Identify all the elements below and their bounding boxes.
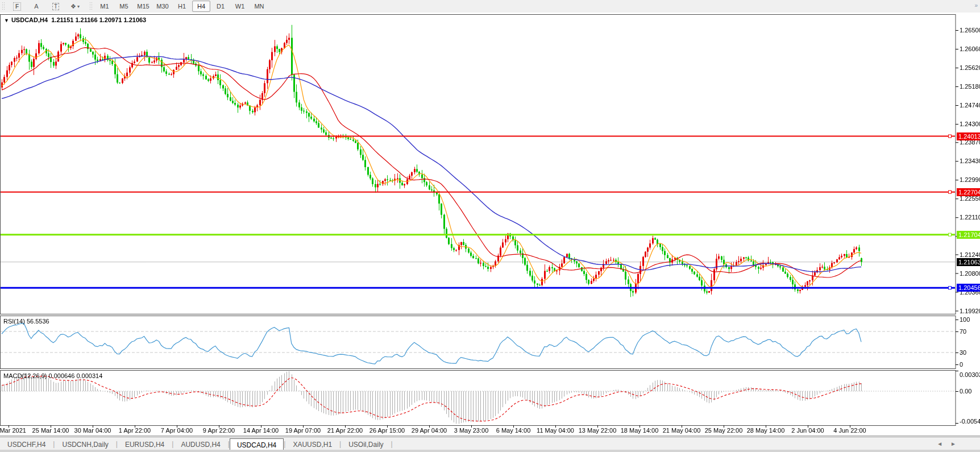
indicator-axis-tick-label: 0.00 <box>960 388 971 395</box>
time-axis-label: 9 Apr 22:00 <box>203 427 235 434</box>
time-axis-label: 28 May 14:00 <box>747 427 785 434</box>
time-axis-label: 21 May 04:00 <box>663 427 701 434</box>
time-axis-label: 21 Apr 22:00 <box>327 427 363 434</box>
price-axis-tick-label: 1.22990 <box>960 176 980 183</box>
chart-dropdown-icon[interactable]: ▼ <box>4 18 9 23</box>
price-axis-tick-label: 1.19920 <box>960 308 980 314</box>
time-axis-label: 13 May 22:00 <box>579 427 617 434</box>
indicator-axis-tick-label: 0 <box>960 361 963 368</box>
price-line-badge: 1.20456 <box>957 284 980 292</box>
time-axis-label: 1 Apr 22:00 <box>119 427 151 434</box>
price-axis-tick-label: 1.22110 <box>960 214 980 221</box>
price-axis-tick-label: 1.23430 <box>960 157 980 164</box>
price-line-badge: 1.21063 <box>957 258 980 266</box>
time-axis-label: 4 Jun 22:00 <box>833 427 866 434</box>
price-chart-canvas[interactable] <box>0 0 980 452</box>
time-axis-label: 26 Apr 15:00 <box>369 427 405 434</box>
time-axis-label: 25 Mar 14:00 <box>32 427 69 434</box>
time-axis-label: 14 Apr 14:00 <box>243 427 279 434</box>
time-axis-label: 2 Jun 04:00 <box>791 427 824 434</box>
indicator-axis-tick-label: 100 <box>960 316 970 323</box>
indicator-axis-tick-label: 0.003035 <box>960 371 980 378</box>
rsi-indicator-label: RSI(14) 56.5536 <box>3 318 49 325</box>
price-line-badge: 1.24013 <box>957 132 980 140</box>
price-axis-tick-label: 1.26060 <box>960 45 980 52</box>
price-axis-tick-label: 1.24300 <box>960 121 980 127</box>
price-axis-tick-label: 1.20800 <box>960 270 980 277</box>
time-axis-label: 29 Apr 04:00 <box>412 427 447 434</box>
time-axis-label: 25 May 22:00 <box>705 427 743 434</box>
time-axis-label: 11 May 04:00 <box>537 427 574 434</box>
price-axis-tick-label: 1.25620 <box>960 64 980 71</box>
indicator-axis-tick-label: 30 <box>960 349 966 356</box>
macd-indicator-label: MACD(12,26,9) 0.000646 0.000314 <box>3 372 102 379</box>
time-axis-label: 18 May 14:00 <box>621 427 659 434</box>
price-axis-tick-label: 1.21240 <box>960 251 980 258</box>
mt4-terminal-window: { "toolbar": { "tools": [ {"name": "fibo… <box>0 0 980 452</box>
price-line-badge: 1.22704 <box>957 188 980 196</box>
price-axis-tick-label: 1.22550 <box>960 195 980 202</box>
time-axis-label: 6 May 14:00 <box>496 427 531 434</box>
price-line-badge: 1.21704 <box>957 231 980 239</box>
time-axis-label: 30 Mar 04:00 <box>74 427 111 434</box>
time-axis-label: 19 Apr 07:00 <box>285 427 321 434</box>
price-axis-tick-label: 1.26500 <box>960 27 980 34</box>
chart-ohlc-values: 1.21151 1.21166 1.20971 1.21063 <box>51 16 146 23</box>
price-axis-tick-label: 1.24740 <box>960 102 980 109</box>
time-axis-label: 7 Apr 04:00 <box>161 427 193 434</box>
chart-symbol-label: USDCAD,H4 <box>11 16 48 23</box>
indicator-axis-tick-label: 70 <box>960 328 966 335</box>
price-axis-tick-label: 1.25180 <box>960 83 980 90</box>
chart-title: ▼USDCAD,H4 1.21151 1.21166 1.20971 1.210… <box>4 16 146 23</box>
time-axis-label: 22 Mar 2021 <box>0 427 26 434</box>
indicator-axis-tick-label: -0.005429 <box>960 418 980 425</box>
time-axis-label: 3 May 23:00 <box>454 427 489 434</box>
